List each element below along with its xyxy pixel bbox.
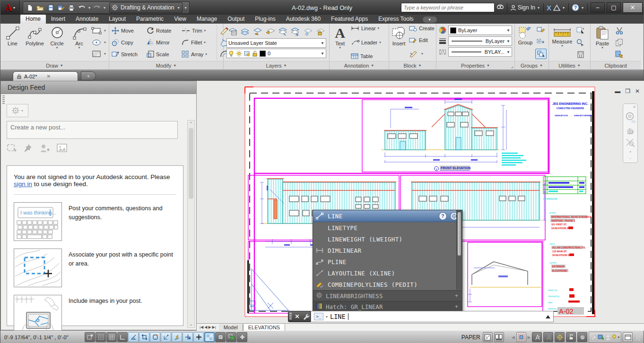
annotation-monitor-toggle[interactable]: [237, 332, 247, 342]
cut-button[interactable]: [614, 26, 625, 36]
lightbulb-icon[interactable]: [612, 334, 617, 340]
move-button[interactable]: Move: [111, 25, 146, 36]
polyline-button[interactable]: Polyline: [24, 25, 45, 60]
lineweight-display-toggle[interactable]: [193, 332, 204, 342]
panel-label-utilities[interactable]: Utilities▼: [549, 61, 590, 69]
object-color-dropdown[interactable]: ByLayer▼: [448, 26, 512, 35]
hatch-dropdown[interactable]: ▾: [103, 52, 107, 56]
text-button[interactable]: A Text ▾: [331, 25, 349, 60]
navigation-wheel-icon[interactable]: 2D: [625, 112, 635, 123]
circle-button[interactable]: Circle ▾: [46, 25, 68, 60]
tab-view[interactable]: View: [169, 15, 191, 24]
linetype-dropdown[interactable]: BYLAY...▼: [448, 47, 512, 57]
arc-button[interactable]: Arc ▾: [69, 25, 90, 60]
tab-autodesk360[interactable]: Autodesk 360: [281, 15, 326, 24]
tab-insert[interactable]: Insert: [46, 15, 70, 24]
paste-special-button[interactable]: [614, 49, 625, 59]
tab-express-tools[interactable]: Express Tools: [373, 15, 418, 24]
attributes-dropdown[interactable]: ▾: [420, 52, 425, 56]
ellipse-button[interactable]: [91, 37, 102, 48]
polar-tracking-toggle[interactable]: [128, 332, 139, 342]
layer-properties-button[interactable]: [226, 26, 239, 37]
undo-button[interactable]: [77, 3, 87, 12]
panel-label-modify[interactable]: Modify▼: [109, 61, 223, 69]
tab-plugins[interactable]: Plug-ins: [250, 15, 280, 24]
ribbon-display-toggle[interactable]: ▾: [423, 17, 437, 23]
drawing-close-icon[interactable]: ✕: [635, 88, 640, 94]
infer-constraints-toggle[interactable]: [85, 332, 95, 342]
rotate-button[interactable]: Rotate: [146, 25, 181, 36]
tab-layout[interactable]: Layout: [104, 15, 131, 24]
panel-label-draw[interactable]: Draw▼: [0, 61, 109, 69]
isolate-objects-icon[interactable]: [577, 332, 587, 342]
upload-icon[interactable]: [605, 334, 611, 340]
palette-scrollbar[interactable]: ⌃ ⌄: [187, 120, 195, 328]
navbar-more-icon[interactable]: ▾: [629, 150, 631, 154]
qat-customize-dropdown[interactable]: ▾: [183, 6, 187, 10]
exchange-apps-icon[interactable]: X: [547, 4, 551, 12]
scale-button[interactable]: Scale: [146, 48, 181, 60]
object-snap-toggle[interactable]: [139, 332, 149, 342]
navbar-minimize-icon[interactable]: −: [629, 157, 632, 160]
fillet-dropdown[interactable]: ▾: [204, 41, 206, 44]
suggestion-linearbrightness[interactable]: LINEARBRIGHTNESS +: [313, 290, 462, 301]
grid-display-toggle[interactable]: [106, 332, 117, 342]
new-file-button[interactable]: [25, 3, 35, 12]
line-button[interactable]: Line: [2, 25, 23, 60]
freeze-button[interactable]: [302, 26, 314, 37]
panel-label-clipboard[interactable]: Clipboard: [591, 61, 641, 69]
dynamic-ucs-toggle[interactable]: [172, 332, 182, 342]
edit-block-button[interactable]: Edit: [408, 37, 435, 43]
tab-parametric[interactable]: Parametric: [131, 15, 169, 24]
layer-match-button[interactable]: [239, 26, 252, 37]
insert-block-button[interactable]: Insert: [391, 25, 407, 60]
lineweight-dropdown[interactable]: ByLayer▼: [448, 36, 512, 46]
quick-properties-toggle[interactable]: [215, 332, 226, 342]
image-icon[interactable]: [57, 144, 67, 153]
design-feed-title[interactable]: Design Feed: [1, 81, 196, 94]
feed-settings-button[interactable]: ▾: [7, 104, 28, 117]
properties-dialog-launcher[interactable]: ⌟: [511, 64, 513, 69]
isolate-button[interactable]: [277, 26, 289, 37]
prev-layout-icon[interactable]: ◀: [204, 325, 207, 329]
pin-icon[interactable]: [24, 144, 33, 153]
leader-dropdown[interactable]: ▾: [379, 41, 381, 44]
ortho-mode-toggle[interactable]: [117, 332, 128, 342]
panel-label-layers[interactable]: Layers▼: [224, 61, 329, 69]
first-layout-icon[interactable]: |◀: [200, 325, 203, 329]
drawing-minimize-icon[interactable]: ▬: [615, 88, 620, 94]
object-snap-tracking-toggle[interactable]: [161, 332, 171, 342]
clean-screen-button[interactable]: [623, 332, 633, 342]
workspace-switcher[interactable]: Drafting & Annotation ▾: [109, 2, 183, 13]
tab-model[interactable]: Model: [219, 324, 243, 331]
scroll-down-icon[interactable]: ⌄: [188, 322, 194, 326]
linear-dropdown[interactable]: ▾: [378, 26, 380, 30]
fillet-button[interactable]: Fillet▾: [181, 36, 216, 48]
graphics-performance-icon[interactable]: [598, 334, 604, 340]
mirror-button[interactable]: Mirror: [146, 36, 181, 48]
layer-state-dropdown[interactable]: Unsaved Layer State▼: [226, 38, 326, 48]
zoom-orbit-icon[interactable]: [625, 137, 635, 147]
suggestion-line[interactable]: LINE ?: [313, 210, 462, 222]
maximize-button[interactable]: ▢: [607, 2, 621, 13]
tab-annotate[interactable]: Annotate: [70, 15, 104, 24]
table-button[interactable]: Table: [350, 53, 387, 59]
save-as-button[interactable]: [56, 3, 66, 12]
paste-button[interactable]: Paste ▾: [592, 25, 613, 60]
panel-label-block[interactable]: Block▼: [389, 61, 436, 69]
command-grip[interactable]: [289, 313, 292, 320]
dynamic-input-toggle[interactable]: [183, 332, 193, 342]
ellipse-dropdown[interactable]: ▾: [103, 41, 107, 44]
unisolate-button[interactable]: [289, 26, 302, 37]
tab-elevations[interactable]: ELEVATIONS: [243, 324, 285, 331]
suggestion-linetype[interactable]: LINETYPE: [313, 222, 462, 233]
quick-select-button[interactable]: [575, 26, 586, 35]
scrollbar-thumb[interactable]: [189, 128, 193, 199]
prev-viewport-icon[interactable]: ◀: [512, 335, 515, 340]
close-button[interactable]: ✕: [623, 2, 643, 13]
drawing-quickview-button[interactable]: [494, 332, 504, 342]
plot-button[interactable]: [67, 3, 76, 12]
rectangle-button[interactable]: [91, 26, 102, 36]
navbar-close-icon[interactable]: ✕: [633, 105, 636, 109]
layer-dropdown[interactable]: 0▼: [226, 49, 326, 58]
